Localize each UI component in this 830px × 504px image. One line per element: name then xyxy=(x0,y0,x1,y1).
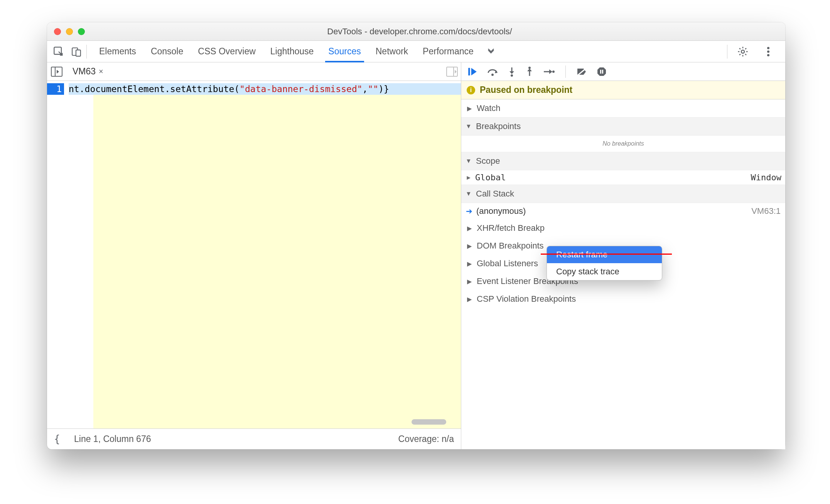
sources-editor-pane: VM63 × 1 nt.documentElement.setAttribute… xyxy=(47,62,461,449)
chevron-right-icon: ▶ xyxy=(466,242,473,250)
tab-performance[interactable]: Performance xyxy=(422,41,474,62)
tab-elements[interactable]: Elements xyxy=(98,41,137,62)
kebab-menu-icon[interactable] xyxy=(761,44,776,59)
pretty-print-icon[interactable]: { } xyxy=(54,434,66,445)
svg-point-3 xyxy=(741,50,744,53)
code-editor[interactable]: 1 nt.documentElement.setAttribute("data-… xyxy=(47,81,461,428)
paused-label: Paused on breakpoint xyxy=(480,85,572,95)
section-callstack[interactable]: ▼ Call Stack xyxy=(461,185,785,203)
code-line: nt.documentElement.setAttribute("data-ba… xyxy=(69,83,461,95)
window-controls xyxy=(54,28,85,35)
tab-lighthouse[interactable]: Lighthouse xyxy=(270,41,315,62)
line-number: 1 xyxy=(47,83,64,95)
editor-statusbar: { } Line 1, Column 676 Coverage: n/a xyxy=(47,428,461,449)
close-file-tab-icon[interactable]: × xyxy=(99,67,103,76)
devtools-window: DevTools - developer.chrome.com/docs/dev… xyxy=(47,22,785,449)
device-toolbar-icon[interactable] xyxy=(69,44,84,59)
separator xyxy=(727,45,727,59)
step-into-icon[interactable] xyxy=(508,67,516,77)
run-snippet-icon[interactable] xyxy=(446,67,458,77)
chevron-right-icon: ▶ xyxy=(466,105,473,112)
cursor-position: Line 1, Column 676 xyxy=(74,434,151,444)
separator xyxy=(565,66,566,78)
pause-on-exceptions-icon[interactable] xyxy=(597,67,607,77)
chevron-down-icon: ▼ xyxy=(465,123,472,130)
titlebar: DevTools - developer.chrome.com/docs/dev… xyxy=(47,22,785,41)
devtools-toolbar: Elements Console CSS Overview Lighthouse… xyxy=(47,41,785,62)
minimize-window-button[interactable] xyxy=(66,28,73,35)
svg-point-17 xyxy=(528,67,531,69)
chevron-right-icon: ▶ xyxy=(466,278,473,285)
svg-rect-21 xyxy=(600,70,601,74)
horizontal-scrollbar[interactable] xyxy=(412,419,446,425)
svg-point-15 xyxy=(511,74,513,77)
menu-item-copy-stack-trace[interactable]: Copy stack trace xyxy=(547,263,662,280)
chevron-right-icon: ▶ xyxy=(466,296,473,303)
tab-network[interactable]: Network xyxy=(375,41,409,62)
annotation-red-strike xyxy=(541,254,672,255)
menu-item-restart-frame[interactable]: Restart frame xyxy=(547,246,662,263)
scope-global-row[interactable]: ▶ Global Window xyxy=(461,170,785,185)
info-icon: i xyxy=(467,86,475,94)
inspect-element-icon[interactable] xyxy=(51,44,66,59)
svg-rect-12 xyxy=(468,68,470,76)
section-watch[interactable]: ▶ Watch xyxy=(461,99,785,117)
current-frame-arrow-icon: ➔ xyxy=(466,207,472,216)
separator xyxy=(86,45,87,59)
debugger-toolbar xyxy=(461,62,785,81)
svg-point-5 xyxy=(767,50,769,52)
chevron-right-icon: ▶ xyxy=(466,225,473,232)
tab-console[interactable]: Console xyxy=(150,41,184,62)
line-gutter: 1 xyxy=(47,81,66,428)
svg-point-19 xyxy=(552,71,555,73)
execution-highlight xyxy=(93,95,461,428)
section-breakpoints[interactable]: ▼ Breakpoints xyxy=(461,117,785,136)
section-csp-breakpoints[interactable]: ▶ CSP Violation Breakpoints xyxy=(461,290,785,308)
navigator-toggle-icon[interactable] xyxy=(50,65,63,78)
close-window-button[interactable] xyxy=(54,28,61,35)
maximize-window-button[interactable] xyxy=(78,28,85,35)
callstack-frame[interactable]: ➔ (anonymous) VM63:1 xyxy=(461,203,785,219)
settings-icon[interactable] xyxy=(735,44,751,59)
deactivate-breakpoints-icon[interactable] xyxy=(577,67,587,76)
callstack-context-menu: Restart frame Copy stack trace xyxy=(547,246,662,281)
svg-point-13 xyxy=(491,74,494,76)
chevron-down-icon: ▼ xyxy=(465,190,472,197)
svg-point-4 xyxy=(767,47,769,49)
window-title: DevTools - developer.chrome.com/docs/dev… xyxy=(85,27,754,37)
file-tab-vm63[interactable]: VM63 × xyxy=(70,65,106,78)
resume-icon[interactable] xyxy=(467,67,477,77)
panel-tabs: Elements Console CSS Overview Lighthouse… xyxy=(98,41,474,62)
source-tabstrip: VM63 × xyxy=(47,62,461,81)
chevron-right-icon: ▶ xyxy=(466,260,473,267)
svg-rect-22 xyxy=(602,70,603,74)
no-breakpoints-label: No breakpoints xyxy=(461,136,785,152)
paused-banner: i Paused on breakpoint xyxy=(461,81,785,99)
file-tab-label: VM63 xyxy=(73,66,96,77)
chevron-right-icon: ▶ xyxy=(465,174,472,181)
tab-sources[interactable]: Sources xyxy=(327,41,361,62)
section-xhr-breakpoints[interactable]: ▶ XHR/fetch Breakp xyxy=(461,219,785,237)
svg-point-6 xyxy=(767,54,769,56)
step-out-icon[interactable] xyxy=(525,67,534,77)
section-scope[interactable]: ▼ Scope xyxy=(461,152,785,170)
chevron-down-icon: ▼ xyxy=(465,158,472,165)
more-tabs-icon[interactable] xyxy=(486,47,496,57)
step-over-icon[interactable] xyxy=(487,67,498,77)
svg-rect-2 xyxy=(76,50,81,56)
svg-text:{ }: { } xyxy=(54,434,66,445)
step-icon[interactable] xyxy=(543,67,555,76)
coverage-status: Coverage: n/a xyxy=(398,434,454,444)
tab-css-overview[interactable]: CSS Overview xyxy=(197,41,256,62)
